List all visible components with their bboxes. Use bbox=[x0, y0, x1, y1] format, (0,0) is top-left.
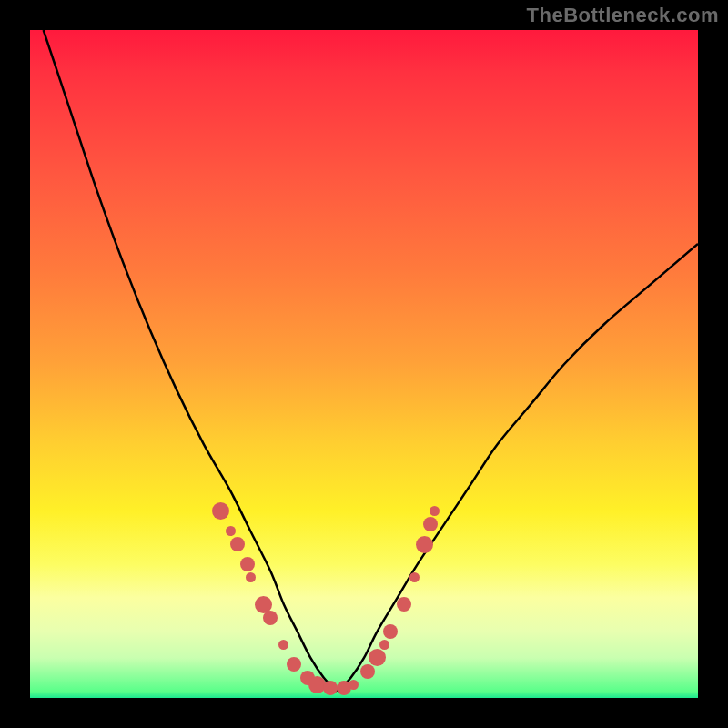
data-point bbox=[246, 572, 256, 582]
data-point bbox=[278, 640, 288, 650]
data-point bbox=[287, 657, 301, 672]
data-point bbox=[369, 649, 386, 666]
data-point bbox=[430, 506, 440, 516]
data-point bbox=[263, 611, 278, 625]
data-point bbox=[349, 680, 359, 690]
data-point bbox=[360, 664, 375, 679]
data-point bbox=[212, 502, 229, 520]
data-point bbox=[240, 557, 255, 571]
plot-area bbox=[30, 30, 698, 698]
left-curve bbox=[44, 30, 338, 692]
watermark-text: TheBottleneck.com bbox=[527, 4, 719, 27]
data-point bbox=[230, 537, 245, 551]
data-point bbox=[379, 640, 389, 650]
data-point bbox=[397, 597, 411, 612]
data-point bbox=[226, 526, 236, 536]
data-point bbox=[323, 681, 338, 695]
data-point bbox=[410, 572, 420, 582]
data-point bbox=[423, 517, 438, 531]
data-point bbox=[383, 624, 398, 639]
chart-stage: TheBottleneck.com bbox=[0, 0, 728, 728]
data-point bbox=[416, 536, 433, 553]
curve-layer bbox=[30, 30, 698, 698]
